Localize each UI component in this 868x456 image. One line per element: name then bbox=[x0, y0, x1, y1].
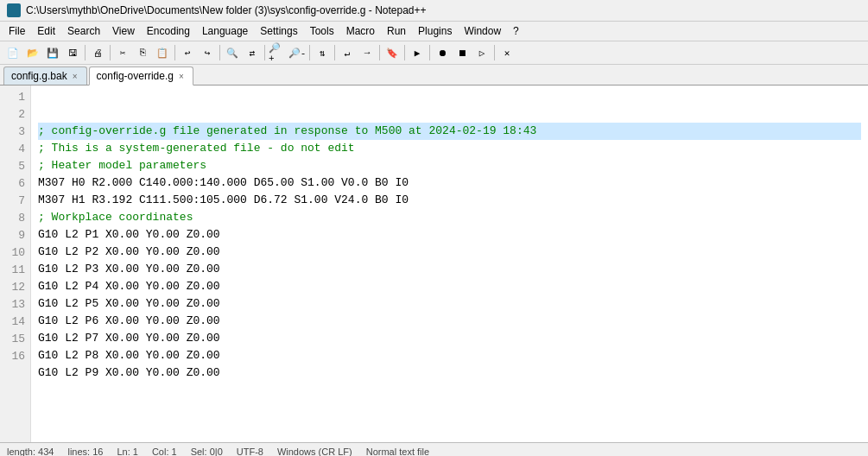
new-toolbar-button[interactable]: 📄 bbox=[3, 43, 22, 62]
menu-item-edit[interactable]: Edit bbox=[32, 23, 60, 39]
title-bar: C:\Users\mythb\OneDrive\Documents\New fo… bbox=[0, 0, 868, 22]
print-toolbar-button[interactable]: 🖨 bbox=[88, 43, 107, 62]
menu-item-settings[interactable]: Settings bbox=[255, 23, 302, 39]
status-sel: Sel: 0|0 bbox=[191, 446, 223, 457]
code-line bbox=[38, 382, 861, 399]
line-number: 14 bbox=[5, 314, 25, 331]
run-toolbar-button[interactable]: ▶ bbox=[408, 43, 427, 62]
play-toolbar-button[interactable]: ▷ bbox=[472, 43, 491, 62]
toolbar-separator bbox=[379, 45, 380, 60]
save-toolbar-button[interactable]: 💾 bbox=[43, 43, 62, 62]
line-number: 11 bbox=[5, 262, 25, 279]
status-encoding: UTF-8 bbox=[237, 446, 263, 457]
menu-item-run[interactable]: Run bbox=[382, 23, 411, 39]
line-numbers: 12345678910111213141516 bbox=[0, 86, 31, 442]
code-line: M307 H1 R3.192 C111.500:105.000 D6.72 S1… bbox=[38, 192, 861, 209]
status-length: length: 434 bbox=[7, 446, 54, 457]
toolbar-separator bbox=[309, 45, 310, 60]
code-line: G10 L2 P3 X0.00 Y0.00 Z0.00 bbox=[38, 261, 861, 278]
tab-close-button[interactable]: × bbox=[71, 72, 79, 81]
menu-item-encoding[interactable]: Encoding bbox=[142, 23, 195, 39]
code-line: M307 H0 R2.000 C140.000:140.000 D65.00 S… bbox=[38, 174, 861, 192]
find-toolbar-button[interactable]: 🔍 bbox=[223, 43, 242, 62]
status-eol: Windows (CR LF) bbox=[277, 446, 352, 457]
tab-config-g-bak[interactable]: config.g.bak× bbox=[3, 66, 87, 85]
toolbar-separator bbox=[404, 45, 405, 60]
indent-toolbar-button[interactable]: → bbox=[358, 43, 377, 62]
code-line: G10 L2 P6 X0.00 Y0.00 Z0.00 bbox=[38, 313, 861, 330]
code-line: ; config-override.g file generated in re… bbox=[38, 123, 861, 140]
copy-toolbar-button[interactable]: ⎘ bbox=[133, 43, 152, 62]
sync-scroll-toolbar-button[interactable]: ⇅ bbox=[313, 43, 332, 62]
status-lines: lines: 16 bbox=[67, 446, 103, 457]
menu-item-tools[interactable]: Tools bbox=[305, 23, 339, 39]
menu-item-language[interactable]: Language bbox=[197, 23, 253, 39]
toolbar-separator bbox=[429, 45, 430, 60]
window-title: C:\Users\mythb\OneDrive\Documents\New fo… bbox=[26, 4, 427, 16]
status-type: Normal text file bbox=[366, 446, 429, 457]
code-line: G10 L2 P5 X0.00 Y0.00 Z0.00 bbox=[38, 295, 861, 313]
toolbar-separator bbox=[110, 45, 111, 60]
line-number: 6 bbox=[5, 175, 25, 193]
toolbar-separator bbox=[219, 45, 220, 60]
tabs-bar: config.g.bak×config-override.g× bbox=[0, 65, 868, 86]
code-line: G10 L2 P1 X0.00 Y0.00 Z0.00 bbox=[38, 226, 861, 244]
menu-item-?[interactable]: ? bbox=[508, 23, 524, 39]
menu-item-search[interactable]: Search bbox=[62, 23, 105, 39]
editor[interactable]: 12345678910111213141516 ; config-overrid… bbox=[0, 86, 868, 442]
line-number: 10 bbox=[5, 244, 25, 262]
redo-toolbar-button[interactable]: ↪ bbox=[198, 43, 217, 62]
tab-config-override-g[interactable]: config-override.g× bbox=[89, 66, 193, 86]
line-number: 4 bbox=[5, 141, 25, 158]
stop-toolbar-button[interactable]: ⏹ bbox=[453, 43, 472, 62]
save-all-toolbar-button[interactable]: 🖫 bbox=[63, 43, 82, 62]
code-line: ; Heater model parameters bbox=[38, 157, 861, 174]
line-number: 9 bbox=[5, 227, 25, 244]
paste-toolbar-button[interactable]: 📋 bbox=[153, 43, 172, 62]
line-number: 1 bbox=[5, 89, 25, 106]
bookmark-toolbar-button[interactable]: 🔖 bbox=[383, 43, 402, 62]
code-content[interactable]: ; config-override.g file generated in re… bbox=[31, 86, 868, 442]
code-line: G10 L2 P8 X0.00 Y0.00 Z0.00 bbox=[38, 347, 861, 364]
line-number: 15 bbox=[5, 331, 25, 348]
menu-item-plugins[interactable]: Plugins bbox=[413, 23, 457, 39]
line-number: 2 bbox=[5, 106, 25, 124]
zoom-out-toolbar-button[interactable]: 🔎- bbox=[288, 43, 307, 62]
toolbar-separator bbox=[264, 45, 265, 60]
line-number: 5 bbox=[5, 158, 25, 175]
code-line: G10 L2 P9 X0.00 Y0.00 Z0.00 bbox=[38, 364, 861, 382]
code-line: ; Workplace coordinates bbox=[38, 209, 861, 226]
line-number: 16 bbox=[5, 348, 25, 365]
replace-toolbar-button[interactable]: ⇄ bbox=[243, 43, 262, 62]
toolbar: 📄📂💾🖫🖨✂⎘📋↩↪🔍⇄🔎+🔎-⇅↵→🔖▶⏺⏹▷✕ bbox=[0, 41, 868, 65]
line-number: 3 bbox=[5, 124, 25, 141]
close-toolbar-button[interactable]: ✕ bbox=[497, 43, 516, 62]
toolbar-separator bbox=[494, 45, 495, 60]
code-line: G10 L2 P2 X0.00 Y0.00 Z0.00 bbox=[38, 244, 861, 261]
cut-toolbar-button[interactable]: ✂ bbox=[113, 43, 132, 62]
status-col: Col: 1 bbox=[152, 446, 177, 457]
menu-item-window[interactable]: Window bbox=[459, 23, 506, 39]
tab-label: config.g.bak bbox=[11, 70, 67, 82]
line-number: 7 bbox=[5, 193, 25, 210]
toolbar-separator bbox=[174, 45, 175, 60]
menu-item-macro[interactable]: Macro bbox=[341, 23, 380, 39]
undo-toolbar-button[interactable]: ↩ bbox=[178, 43, 197, 62]
tab-close-button[interactable]: × bbox=[177, 72, 186, 81]
line-number: 12 bbox=[5, 279, 25, 296]
open-toolbar-button[interactable]: 📂 bbox=[23, 43, 42, 62]
toolbar-separator bbox=[334, 45, 335, 60]
line-number: 13 bbox=[5, 296, 25, 314]
line-number: 8 bbox=[5, 210, 25, 227]
menu-item-view[interactable]: View bbox=[107, 23, 140, 39]
status-bar: length: 434 lines: 16 Ln: 1 Col: 1 Sel: … bbox=[0, 442, 868, 456]
wrap-toolbar-button[interactable]: ↵ bbox=[338, 43, 357, 62]
toolbar-separator bbox=[85, 45, 86, 60]
status-ln: Ln: 1 bbox=[117, 446, 137, 457]
menu-bar: FileEditSearchViewEncodingLanguageSettin… bbox=[0, 22, 868, 41]
zoom-in-toolbar-button[interactable]: 🔎+ bbox=[268, 43, 287, 62]
app-icon bbox=[7, 3, 21, 17]
tab-label: config-override.g bbox=[97, 70, 174, 82]
menu-item-file[interactable]: File bbox=[3, 23, 30, 39]
record-toolbar-button[interactable]: ⏺ bbox=[433, 43, 452, 62]
